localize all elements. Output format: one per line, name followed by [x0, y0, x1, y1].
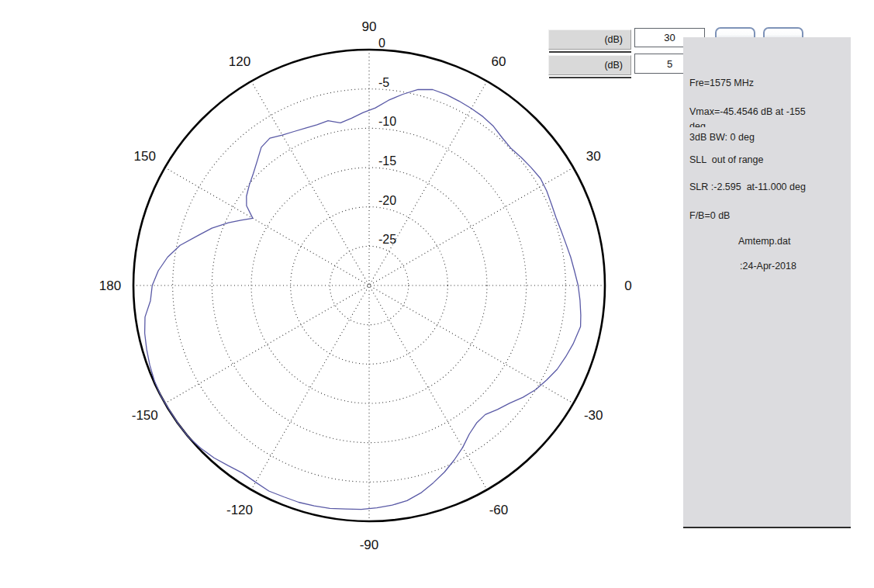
sll-text: SLL out of range	[689, 154, 763, 165]
file-name-text: Amtemp.dat	[738, 236, 790, 247]
radial-tick-label: -15	[378, 154, 396, 168]
db-range-label-shadow	[549, 51, 631, 53]
vmax-text-clipped: deg	[689, 121, 706, 127]
radial-tick-label: -20	[378, 194, 396, 207]
angle-tick-label: 30	[586, 149, 601, 164]
radial-tick-label: -10	[378, 115, 396, 128]
pattern-trace	[145, 89, 581, 509]
frequency-text: Fre=1575 MHz	[689, 78, 754, 88]
angle-tick-label: -60	[489, 503, 509, 517]
angle-tick-label: 180	[99, 278, 121, 293]
angle-tick-label: 120	[229, 54, 250, 69]
angle-tick-label: -30	[584, 408, 603, 423]
db-step-label: (dB)	[548, 55, 631, 75]
vmax-text: Vmax=-45.4546 dB at -155	[689, 106, 806, 117]
db-step-label-text: (dB)	[604, 60, 623, 71]
front-back-text: F/B=0 dB	[689, 210, 730, 221]
radial-tick-label: -25	[378, 233, 396, 246]
results-panel: Fre=1575 MHz Vmax=-45.4546 dB at -155 de…	[683, 37, 851, 528]
angle-tick-label: 90	[362, 19, 377, 34]
slr-text: SLR :-2.595 at-11.000 deg	[689, 182, 806, 192]
angle-tick-label: -150	[132, 408, 158, 423]
db-step-label-shadow	[549, 77, 631, 78]
angle-tick-label: 60	[492, 54, 506, 69]
beamwidth-text: 3dB BW: 0 deg	[689, 132, 755, 143]
grid-ring	[291, 207, 448, 365]
db-range-label: (dB)	[548, 29, 631, 50]
db-range-label-text: (dB)	[604, 34, 623, 45]
angle-tick-label: -120	[226, 503, 253, 517]
angle-tick-label: 150	[134, 149, 156, 164]
radial-tick-labels: 0-5-10-15-20-25	[378, 36, 396, 246]
application-window: 9060300-30-60-90-120-1501801501200-5-10-…	[0, 0, 874, 588]
angle-tick-label: 0	[624, 278, 631, 293]
file-date-text: :24-Apr-2018	[740, 261, 796, 272]
angle-tick-label: -90	[360, 538, 379, 552]
radial-tick-label: -5	[378, 76, 389, 89]
radial-tick-label: 0	[378, 36, 385, 50]
grid-ring	[330, 246, 408, 324]
